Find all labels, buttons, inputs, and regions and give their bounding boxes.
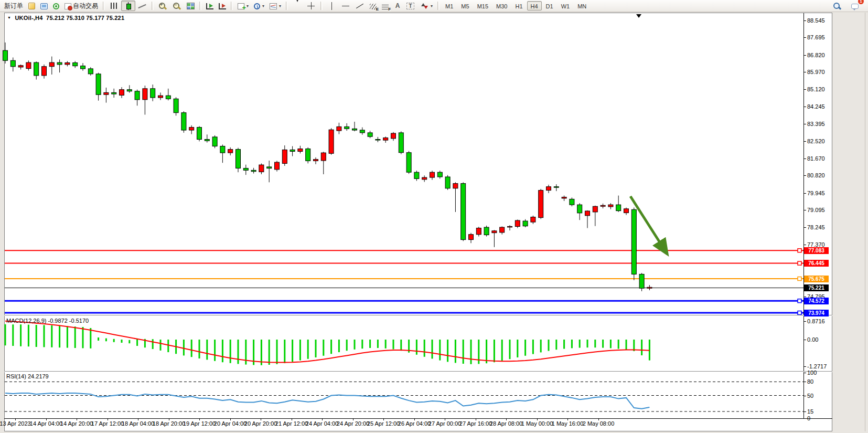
zoom-in-button[interactable]: + <box>156 1 170 11</box>
ohlc-values: 75.212 75.310 75.177 75.221 <box>46 15 124 21</box>
signals-button[interactable] <box>50 1 62 11</box>
timeframe-m30[interactable]: M30 <box>492 1 511 10</box>
toolbar-separator <box>286 2 288 10</box>
toolbar-separator <box>199 2 201 10</box>
vertical-line-button[interactable] <box>325 1 339 11</box>
chat-icon <box>851 4 859 9</box>
dropdown-caret-icon: ▾ <box>431 4 433 8</box>
auto-trading-button[interactable]: 自动交易 <box>62 1 101 11</box>
mt4-terminal: 新订单 自动交易 + − ▾ ▾ ▾ E F A T ▾ <box>0 0 868 433</box>
equidistant-channel-icon: E <box>370 4 377 9</box>
symbol-period-label: UKOil-,H4 <box>15 15 42 21</box>
trendline-icon <box>356 2 365 10</box>
market-watch-button[interactable] <box>38 1 50 11</box>
dropdown-caret-icon: ▾ <box>247 4 249 8</box>
cursor-icon <box>295 0 300 9</box>
new-order-label: 新订单 <box>4 2 23 10</box>
timeframe-m5[interactable]: M5 <box>457 1 473 10</box>
chart-window[interactable] <box>4 13 832 431</box>
line-chart-icon <box>138 2 147 10</box>
auto-scroll-icon <box>206 3 213 9</box>
tile-windows-button[interactable] <box>184 1 197 11</box>
bar-chart-button[interactable] <box>107 1 121 11</box>
new-chart-icon <box>28 3 35 9</box>
chart-shift-marker[interactable] <box>636 14 641 18</box>
time-axis-line <box>4 418 832 419</box>
candlestick-chart-button[interactable] <box>121 1 135 11</box>
templates-icon <box>270 3 277 9</box>
dropdown-caret-icon: ▾ <box>279 4 281 8</box>
auto-trading-label: 自动交易 <box>73 2 98 10</box>
macd-pane-separator[interactable] <box>4 315 832 316</box>
toolbar-separator <box>437 2 440 10</box>
main-toolbar: 新订单 自动交易 + − ▾ ▾ ▾ E F A T ▾ <box>0 0 868 12</box>
text-icon: A <box>394 2 401 10</box>
timeframe-toolbar: M1M5M15M30H1H4D1W1MN <box>442 1 590 10</box>
timeframe-m15[interactable]: M15 <box>474 1 492 10</box>
indicators-button[interactable]: ▾ <box>235 1 251 11</box>
text-button[interactable]: A <box>391 1 404 11</box>
timeframe-mn[interactable]: MN <box>574 1 590 10</box>
arrows-button[interactable]: ▾ <box>417 1 435 11</box>
clock-icon <box>254 3 260 9</box>
timeframe-h1[interactable]: H1 <box>511 1 526 10</box>
trendline-button[interactable] <box>353 1 367 11</box>
candlestick-chart-icon <box>124 2 133 10</box>
fibonacci-icon: F <box>382 4 389 9</box>
horizontal-line-icon <box>341 2 350 10</box>
crosshair-icon <box>307 2 316 10</box>
toolbar-separator <box>103 2 105 10</box>
bar-chart-icon <box>111 3 117 9</box>
rsi-indicator-label: RSI(14) 24.2179 <box>6 373 49 379</box>
auto-trading-icon <box>65 3 71 9</box>
search-button[interactable] <box>830 1 844 11</box>
auto-scroll-button[interactable] <box>203 1 216 11</box>
chart-ohlc-readout[interactable]: ▼ UKOil-,H4 75.212 75.310 75.177 75.221 <box>7 15 124 21</box>
window-edge <box>865 13 865 431</box>
templates-button[interactable]: ▾ <box>267 1 284 11</box>
price-axis-line <box>803 13 804 419</box>
toolbar-separator <box>320 2 323 10</box>
tile-windows-icon <box>187 3 195 9</box>
horizontal-line-button[interactable] <box>339 1 353 11</box>
workspace-background <box>833 13 868 431</box>
timeframe-m1[interactable]: M1 <box>442 1 457 10</box>
chevron-down-icon: ▼ <box>7 16 11 19</box>
toolbar-separator <box>152 2 154 10</box>
fibonacci-button[interactable]: F <box>379 1 391 11</box>
crosshair-button[interactable] <box>304 1 318 11</box>
timeframe-d1[interactable]: D1 <box>542 1 557 10</box>
text-label-icon: T <box>406 3 414 9</box>
vertical-line-icon <box>327 2 336 10</box>
chart-shift-button[interactable] <box>216 1 229 11</box>
chart-shift-icon <box>219 3 226 9</box>
notifications-button[interactable]: 1 <box>849 1 861 11</box>
zoom-out-button[interactable]: − <box>170 1 184 11</box>
timeframe-w1[interactable]: W1 <box>558 1 574 10</box>
toolbar-separator <box>231 2 233 10</box>
dropdown-caret-icon: ▾ <box>262 4 264 8</box>
new-order-button[interactable]: 新订单 <box>2 1 26 11</box>
notification-badge: 1 <box>858 0 864 4</box>
channel-button[interactable]: E <box>367 1 379 11</box>
new-chart-button[interactable] <box>26 1 38 11</box>
market-watch-icon <box>40 3 48 9</box>
macd-indicator-label: MACD(12,26,9) -0.9872 -0.5170 <box>6 318 89 324</box>
zoom-out-icon: − <box>173 2 181 10</box>
cursor-button[interactable] <box>290 1 304 11</box>
text-label-button[interactable]: T <box>404 1 417 11</box>
periods-button[interactable]: ▾ <box>251 1 267 11</box>
search-icon <box>833 2 842 10</box>
rsi-pane-separator[interactable] <box>4 371 832 372</box>
timeframe-h4[interactable]: H4 <box>527 1 542 10</box>
arrows-icon <box>420 2 428 10</box>
line-chart-button[interactable] <box>135 1 149 11</box>
signals-icon <box>53 3 59 9</box>
zoom-in-icon: + <box>158 2 167 10</box>
indicators-icon <box>238 3 244 9</box>
